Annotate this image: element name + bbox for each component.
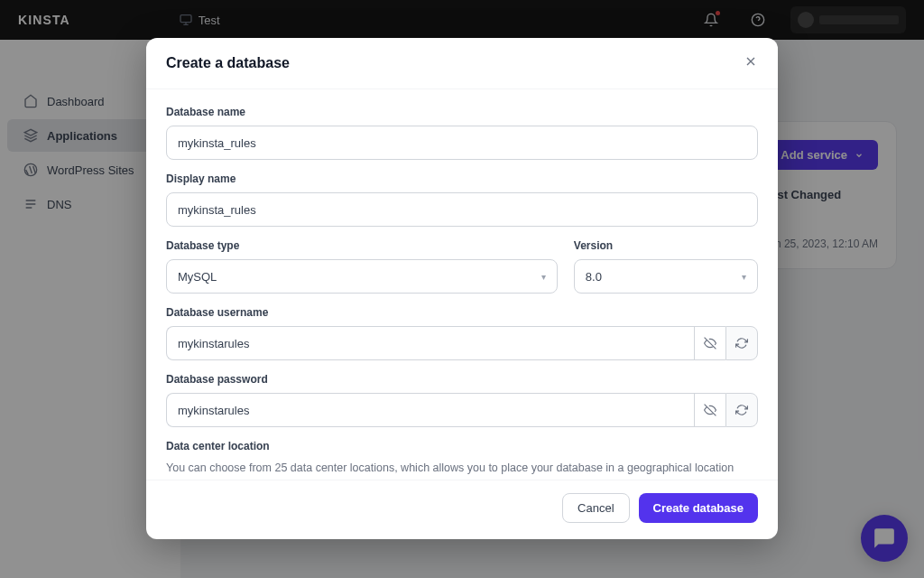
display-name-input[interactable] <box>166 192 758 227</box>
database-name-input[interactable] <box>166 126 758 160</box>
create-database-button[interactable]: Create database <box>639 493 758 523</box>
regenerate-button[interactable] <box>725 393 758 427</box>
regenerate-button[interactable] <box>725 326 758 360</box>
modal-title: Create a database <box>166 55 290 71</box>
refresh-icon <box>735 337 748 350</box>
database-type-select[interactable]: MySQL ▾ <box>166 259 558 294</box>
password-input[interactable] <box>166 393 694 427</box>
label-database-username: Database username <box>166 306 758 319</box>
label-display-name: Display name <box>166 172 758 185</box>
chevron-down-icon: ▾ <box>742 272 746 282</box>
close-button[interactable] <box>744 54 758 72</box>
close-icon <box>744 54 758 69</box>
cancel-button[interactable]: Cancel <box>562 493 629 523</box>
version-select[interactable]: 8.0 ▾ <box>574 259 758 294</box>
refresh-icon <box>735 404 748 416</box>
label-version: Version <box>574 239 758 252</box>
create-database-modal: Create a database Database name Display … <box>146 38 778 539</box>
username-input[interactable] <box>166 326 694 360</box>
modal-overlay: Create a database Database name Display … <box>0 0 924 578</box>
label-database-name: Database name <box>166 106 758 118</box>
eye-off-icon <box>704 337 716 350</box>
eye-off-icon <box>704 404 716 416</box>
toggle-visibility-button[interactable] <box>694 326 726 360</box>
label-data-center-location: Data center location <box>166 440 758 452</box>
location-helper-text: You can choose from 25 data center locat… <box>166 460 758 480</box>
chevron-down-icon: ▾ <box>541 272 546 282</box>
toggle-visibility-button[interactable] <box>694 393 726 427</box>
label-database-type: Database type <box>166 239 558 252</box>
label-database-password: Database password <box>166 373 758 386</box>
